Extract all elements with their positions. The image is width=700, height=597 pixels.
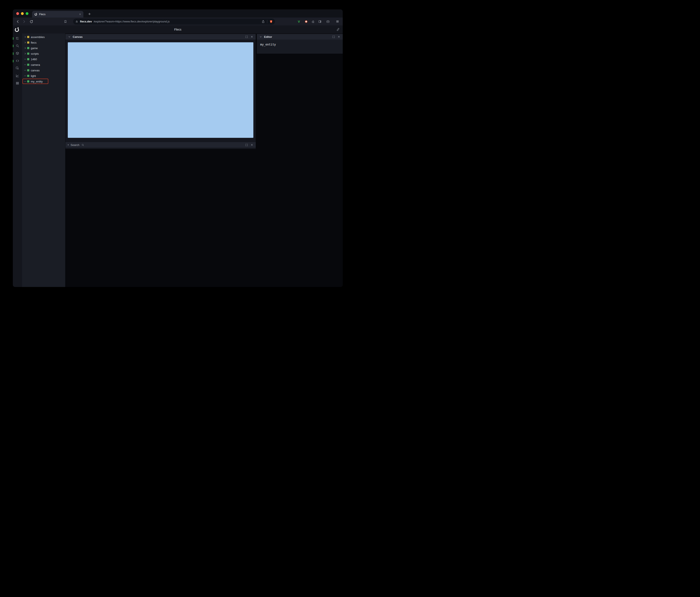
tree-item-label: 1460 [31,58,37,61]
tree-item-camera[interactable]: camera [22,62,65,68]
app-header: Flecs [13,25,343,33]
table-rows-icon[interactable] [16,81,19,85]
v-letter: V [298,20,300,23]
tree-item-canvas[interactable]: canvas [22,68,65,73]
cube-icon[interactable] [16,52,19,55]
close-icon[interactable] [250,143,254,147]
entity-color-square [27,80,29,82]
editor-panel-title: Editor [264,35,272,38]
brave-shields-icon[interactable] [269,20,273,23]
active-indicator [13,52,14,55]
inspect-icon[interactable] [16,67,19,70]
chevron-right-icon[interactable] [24,53,26,55]
tree-item-game[interactable]: game [22,45,65,51]
extension-v-icon[interactable]: V [296,19,301,24]
chart-icon[interactable] [16,74,19,78]
editor-panel-header: Editor [257,34,343,40]
render-canvas[interactable] [68,42,253,138]
minimize-window-button[interactable] [21,12,24,15]
tree-item-my-entity[interactable]: my_entity [22,79,65,84]
tree-item-label: camera [31,63,40,67]
tree-item-label: my_entity [31,80,43,83]
menu-hamburger-icon[interactable] [335,19,340,24]
chevron-right-icon[interactable] [24,36,26,38]
zoom-window-button[interactable] [26,12,28,15]
active-indicator [13,37,14,40]
tree-item-label: scripts [31,52,39,55]
active-indicator [13,45,14,47]
browser-toolbar: flecs.dev /explorer/?wasm=https://www.fl… [13,18,343,25]
extension-ring-icon[interactable] [304,19,309,24]
close-icon[interactable] [337,35,341,39]
fullscreen-icon[interactable] [245,35,248,39]
share-link-icon[interactable] [335,27,341,32]
app-body: assemblies flecs game scripts [13,33,343,287]
fullscreen-icon[interactable] [245,143,248,147]
tree-connector [24,59,26,59]
canvas-panel-header: Canvas [66,34,256,40]
search-panel-title: Search [71,144,79,147]
tree-item-label: assemblies [31,35,45,39]
tree-item-label: canvas [31,69,40,72]
entity-color-square [27,75,29,77]
app-title: Flecs [13,25,343,33]
tree-item-1460[interactable]: 1460 [22,56,65,62]
forward-button[interactable] [21,19,26,24]
editor-script-text: my_entity [260,43,276,46]
editor-content[interactable]: my_entity [257,40,343,54]
url-bar[interactable]: flecs.dev /explorer/?wasm=https://www.fl… [73,19,275,25]
tree-connector [24,76,26,76]
tree-item-scripts[interactable]: scripts [22,51,65,56]
search-panel-header: Search [66,142,256,148]
window-panel-icon[interactable] [325,19,330,24]
chevron-down-icon[interactable] [259,35,262,39]
tree-item-label: light [31,74,36,78]
chevron-right-icon[interactable] [24,42,26,44]
tab-close-icon[interactable] [79,13,81,16]
close-icon[interactable] [250,35,254,39]
tree-item-light[interactable]: light [22,73,65,79]
bookmark-icon[interactable] [63,19,68,24]
entity-color-square [27,58,29,60]
close-window-button[interactable] [16,12,19,15]
tree-connector [24,70,26,71]
url-host: flecs.dev [80,20,92,23]
tree-connector [24,81,26,82]
tree-item-assemblies[interactable]: assemblies [22,34,65,40]
active-indicator [13,60,14,62]
tree-connector [24,64,26,65]
back-button[interactable] [16,19,21,24]
tab-title: Flecs [39,13,77,16]
reload-button[interactable] [29,19,34,24]
chevron-down-icon[interactable] [67,35,71,39]
entity-color-square [27,47,29,49]
chevron-right-icon[interactable] [24,47,26,49]
sidebar-toggle-icon[interactable] [317,19,322,24]
canvas-panel-body [66,40,256,142]
extensions-puzzle-icon[interactable] [310,19,316,24]
divider [267,20,267,23]
tree-item-flecs[interactable]: flecs [22,40,65,45]
traffic-lights [16,12,28,15]
search-icon[interactable] [81,143,85,147]
editor-panel: Editor my_entity [257,34,343,54]
search-icon[interactable] [16,44,19,48]
browser-tab[interactable]: Flecs [32,11,83,18]
new-tab-button[interactable] [86,11,92,17]
entity-color-square [27,69,29,71]
entity-tree-panel: assemblies flecs game scripts [22,33,65,287]
fullscreen-icon[interactable] [332,35,335,39]
tree-item-label: game [31,47,38,50]
main-panel-area: Canvas Search [65,33,343,287]
entity-color-square [27,42,29,44]
bullet-dot-icon [68,145,69,145]
share-icon[interactable] [261,20,265,23]
code-icon[interactable] [16,59,19,62]
browser-window: Flecs flecs.dev /explorer/?wasm=http [13,9,343,287]
entity-color-square [27,53,29,55]
flecs-favicon [34,12,38,16]
hierarchy-icon[interactable] [16,36,19,40]
tree-item-label: flecs [31,41,36,44]
canvas-panel: Canvas [66,34,256,142]
lock-icon [75,20,78,23]
